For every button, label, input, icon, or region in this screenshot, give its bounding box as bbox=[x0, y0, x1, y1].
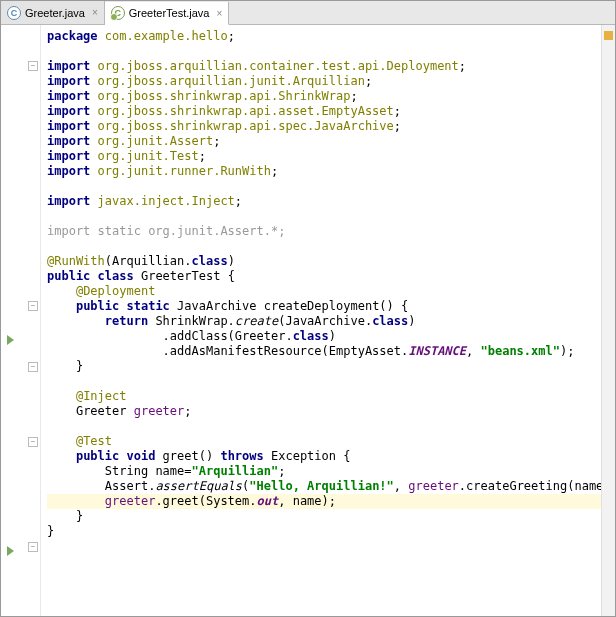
editor: − − − − − package com.example.hello; imp… bbox=[1, 25, 615, 616]
keyword: import bbox=[47, 119, 98, 133]
editor-tabs: C Greeter.java × C GreeterTest.java × bbox=[1, 1, 615, 25]
string-literal: "beans.xml" bbox=[480, 344, 559, 358]
constant: INSTANCE bbox=[408, 344, 466, 358]
fold-icon[interactable]: − bbox=[28, 437, 38, 447]
gutter[interactable]: − − − − − bbox=[1, 25, 41, 616]
tab-label: Greeter.java bbox=[25, 7, 85, 19]
fold-icon[interactable]: − bbox=[28, 542, 38, 552]
import-path: javax.inject.Inject bbox=[98, 194, 235, 208]
close-icon[interactable]: × bbox=[92, 7, 98, 18]
close-icon[interactable]: × bbox=[216, 8, 222, 19]
keyword: import bbox=[47, 164, 98, 178]
import-path: org.jboss.shrinkwrap.api.ShrinkWrap bbox=[98, 89, 351, 103]
class-name: GreeterTest bbox=[141, 269, 228, 283]
code-area[interactable]: package com.example.hello; import org.jb… bbox=[41, 25, 601, 616]
method-name: createDeployment() bbox=[264, 299, 401, 313]
highlighted-line: greeter.greet(System.out, name); bbox=[47, 494, 601, 509]
keyword: public bbox=[47, 269, 98, 283]
error-stripe[interactable] bbox=[601, 25, 615, 616]
field-name: greeter bbox=[134, 404, 185, 418]
string-literal: "Hello, Arquillian!" bbox=[249, 479, 394, 493]
import-path: org.jboss.arquillian.container.test.api.… bbox=[98, 59, 459, 73]
unused-import: import static org.junit.Assert.*; bbox=[47, 224, 285, 238]
string-literal: "Arquillian" bbox=[192, 464, 279, 478]
keyword: import bbox=[47, 194, 98, 208]
keyword: import bbox=[47, 59, 98, 73]
import-path: org.jboss.shrinkwrap.api.spec.JavaArchiv… bbox=[98, 119, 394, 133]
fold-icon[interactable]: − bbox=[28, 301, 38, 311]
import-path: org.junit.runner.RunWith bbox=[98, 164, 271, 178]
keyword: package bbox=[47, 29, 105, 43]
fold-icon[interactable]: − bbox=[28, 362, 38, 372]
package-name: com.example.hello bbox=[105, 29, 228, 43]
keyword: import bbox=[47, 104, 98, 118]
import-path: org.jboss.arquillian.junit.Arquillian bbox=[98, 74, 365, 88]
import-path: org.junit.Assert bbox=[98, 134, 214, 148]
tab-label: GreeterTest.java bbox=[129, 7, 210, 19]
warning-marker-icon[interactable] bbox=[604, 31, 613, 40]
annotation: @Test bbox=[76, 434, 112, 448]
keyword: import bbox=[47, 89, 98, 103]
import-path: org.jboss.shrinkwrap.api.asset.EmptyAsse… bbox=[98, 104, 394, 118]
constant: out bbox=[257, 494, 279, 508]
run-icon[interactable] bbox=[7, 546, 14, 556]
annotation: @RunWith bbox=[47, 254, 105, 268]
junit-test-icon: C bbox=[111, 6, 125, 20]
tab-greetertest[interactable]: C GreeterTest.java × bbox=[105, 2, 230, 25]
annotation: @Inject bbox=[76, 389, 127, 403]
keyword: import bbox=[47, 149, 98, 163]
annotation: @Deployment bbox=[76, 284, 155, 298]
java-class-icon: C bbox=[7, 6, 21, 20]
tab-greeter[interactable]: C Greeter.java × bbox=[1, 1, 105, 24]
import-path: org.junit.Test bbox=[98, 149, 199, 163]
fold-icon[interactable]: − bbox=[28, 61, 38, 71]
keyword: import bbox=[47, 74, 98, 88]
keyword: import bbox=[47, 134, 98, 148]
run-icon[interactable] bbox=[7, 335, 14, 345]
method-name: greet() bbox=[163, 449, 221, 463]
